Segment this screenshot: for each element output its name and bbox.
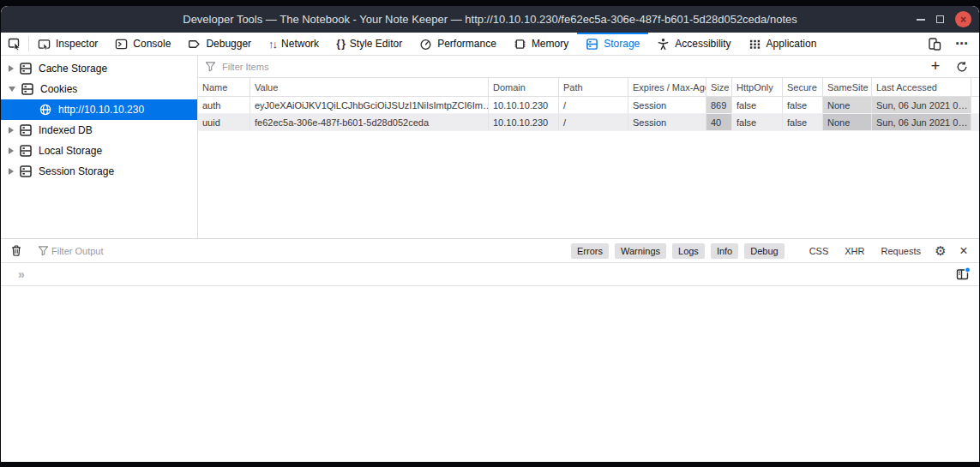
cookie-secure-cell[interactable]: false xyxy=(782,114,822,130)
console-panel: Errors Warnings Logs Info Debug CSS XHR … xyxy=(1,238,979,462)
sidebar-item-cache-storage[interactable]: Cache Storage xyxy=(1,58,197,79)
cookie-domain-cell[interactable]: 10.10.10.230 xyxy=(488,97,558,113)
sidebar-item-label: http://10.10.10.230 xyxy=(58,104,144,116)
cookie-httponly-cell[interactable]: false xyxy=(731,114,782,130)
filter-xhr-button[interactable]: XHR xyxy=(838,243,871,259)
tab-style-editor[interactable]: { } Style Editor xyxy=(328,33,411,55)
tab-inspector[interactable]: Inspector xyxy=(29,33,106,55)
cookie-expires-cell[interactable]: Session xyxy=(628,114,706,130)
cookie-last-accessed-cell[interactable]: Sun, 06 Jun 2021 0… xyxy=(871,114,971,130)
style-editor-icon: { } xyxy=(336,39,345,49)
sidebar-item-cookie-host[interactable]: http://10.10.10.230 xyxy=(1,99,197,120)
sidebar-item-local-storage[interactable]: Local Storage xyxy=(1,141,197,161)
memory-icon xyxy=(514,38,526,51)
chevron-right-icon[interactable] xyxy=(9,65,14,72)
filter-debug-button[interactable]: Debug xyxy=(744,243,784,259)
column-header-expires[interactable]: Expires / Max-Age xyxy=(628,78,706,96)
sidebar-item-label: Session Storage xyxy=(39,165,114,177)
filter-output-input[interactable] xyxy=(51,246,567,256)
column-header-value[interactable]: Value xyxy=(250,78,488,96)
storage-type-icon xyxy=(19,62,33,75)
responsive-design-button[interactable] xyxy=(921,33,948,55)
filter-funnel-icon xyxy=(205,61,216,72)
cookie-expires-cell[interactable]: Session xyxy=(628,97,706,113)
add-item-button[interactable]: + xyxy=(925,57,946,77)
column-header-size[interactable]: Size xyxy=(706,78,731,96)
chevron-down-icon[interactable] xyxy=(9,87,15,92)
cookie-samesite-cell[interactable]: None xyxy=(822,97,871,113)
close-split-console-button[interactable]: × xyxy=(953,241,974,261)
sidebar-item-indexed-db[interactable]: Indexed DB xyxy=(1,120,197,141)
table-row[interactable]: uuid fe62ec5a-306e-487f-b601-5d28d052ced… xyxy=(198,114,979,131)
cookie-name-cell[interactable]: uuid xyxy=(198,114,250,130)
chevron-right-icon[interactable] xyxy=(9,168,14,175)
tabbar-spacer xyxy=(825,33,921,55)
tab-label: Accessibility xyxy=(675,38,730,50)
cookie-size-cell[interactable]: 40 xyxy=(706,114,731,130)
console-settings-button[interactable]: ⚙ xyxy=(930,241,951,261)
titlebar[interactable]: Developer Tools — The Notebook - Your No… xyxy=(1,6,979,33)
cookie-secure-cell[interactable]: false xyxy=(782,97,822,113)
cookie-last-accessed-cell[interactable]: Sun, 06 Jun 2021 0… xyxy=(871,97,971,113)
filter-items-input[interactable] xyxy=(222,62,919,72)
table-row[interactable]: auth eyJ0eXAiOiJKV1QiLCJhbGciOiJSUzI1NiI… xyxy=(198,97,979,114)
close-icon: × xyxy=(960,15,966,25)
tab-application[interactable]: Application xyxy=(740,33,826,55)
filter-warnings-button[interactable]: Warnings xyxy=(615,243,666,259)
column-header-domain[interactable]: Domain xyxy=(488,78,558,96)
editor-mode-icon[interactable] xyxy=(955,266,971,282)
sidebar-item-label: Indexed DB xyxy=(39,124,93,136)
clear-console-button[interactable] xyxy=(6,241,27,261)
tab-label: Debugger xyxy=(206,38,251,50)
storage-type-icon xyxy=(21,82,34,96)
column-header-name[interactable]: Name xyxy=(198,78,250,96)
close-button[interactable]: × xyxy=(955,11,971,27)
sidebar-item-session-storage[interactable]: Session Storage xyxy=(1,161,197,182)
tab-memory[interactable]: Memory xyxy=(505,33,577,55)
filter-requests-button[interactable]: Requests xyxy=(875,243,928,259)
filter-info-button[interactable]: Info xyxy=(711,243,738,259)
console-icon xyxy=(115,38,128,51)
column-header-httponly[interactable]: HttpOnly xyxy=(731,78,782,96)
cookie-samesite-cell[interactable]: None xyxy=(822,114,871,130)
tab-debugger[interactable]: Debugger xyxy=(179,33,260,55)
chevron-right-icon[interactable] xyxy=(9,147,14,154)
cookie-name-cell[interactable]: auth xyxy=(198,97,250,113)
cookie-value-cell[interactable]: eyJ0eXAiOiJKV1QiLCJhbGciOiJSUzI1NiIsImtp… xyxy=(250,97,488,113)
cookie-domain-cell[interactable]: 10.10.10.230 xyxy=(488,114,558,130)
refresh-button[interactable] xyxy=(952,57,972,77)
items-filter-bar: + xyxy=(198,56,979,78)
cookie-value-cell[interactable]: fe62ec5a-306e-487f-b601-5d28d052ceda xyxy=(250,114,488,130)
cookie-path-cell[interactable]: / xyxy=(558,97,628,113)
storage-panel: Cache Storage Cookies http://10.10.10.23… xyxy=(1,56,979,238)
column-header-path[interactable]: Path xyxy=(558,78,628,96)
devtools-menu-button[interactable]: ⋯ xyxy=(948,33,976,55)
minimize-button[interactable] xyxy=(917,19,925,21)
tab-network[interactable]: ↑↓ Network xyxy=(260,33,328,55)
window-title: Developer Tools — The Notebook - Your No… xyxy=(183,13,797,26)
tab-label: Style Editor xyxy=(350,38,402,50)
cookie-size-cell[interactable]: 869 xyxy=(706,97,731,113)
devtools-tabbar: Inspector Console Debugger ↑↓ Network { … xyxy=(1,33,979,56)
column-header-last-accessed[interactable]: Last Accessed xyxy=(871,78,971,96)
cookies-table-panel: + Name Value Domain Path Expires / Max-A… xyxy=(198,56,979,238)
cookie-path-cell[interactable]: / xyxy=(558,114,628,130)
tab-storage[interactable]: Storage xyxy=(577,33,648,55)
sidebar-item-cookies[interactable]: Cookies xyxy=(1,79,197,99)
filter-css-button[interactable]: CSS xyxy=(803,243,836,259)
tab-performance[interactable]: Performance xyxy=(411,33,505,55)
cookie-httponly-cell[interactable]: false xyxy=(731,97,782,113)
filter-errors-button[interactable]: Errors xyxy=(571,243,609,259)
close-icon: × xyxy=(959,243,967,259)
restore-button[interactable] xyxy=(936,15,944,23)
pick-element-button[interactable] xyxy=(1,33,28,55)
tab-label: Console xyxy=(133,38,171,50)
tab-console[interactable]: Console xyxy=(106,33,179,55)
chevron-right-icon[interactable] xyxy=(9,127,14,134)
column-header-samesite[interactable]: SameSite xyxy=(822,78,871,96)
filter-logs-button[interactable]: Logs xyxy=(672,243,705,259)
tab-label: Memory xyxy=(532,38,568,50)
console-input-row[interactable]: » xyxy=(1,263,979,286)
tab-accessibility[interactable]: Accessibility xyxy=(648,33,739,55)
column-header-secure[interactable]: Secure xyxy=(782,78,822,96)
